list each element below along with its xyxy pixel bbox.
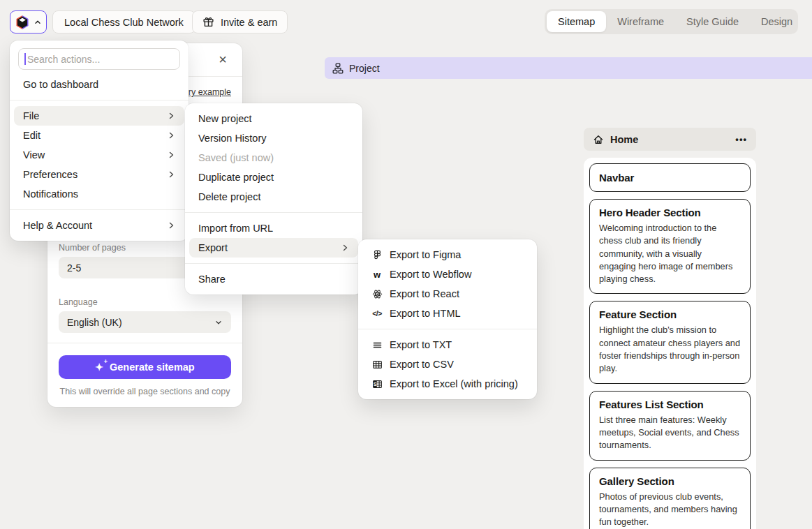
menu-item-label: Help & Account	[23, 220, 92, 231]
gift-icon	[202, 16, 214, 28]
tab-wireframe[interactable]: Wireframe	[606, 11, 675, 32]
pages-label: Number of pages	[59, 243, 126, 253]
section-description: Welcoming introduction to the chess club…	[599, 222, 741, 285]
section-navbar[interactable]: Navbar	[589, 163, 751, 192]
override-warning-text: This will override all page sections and…	[47, 387, 242, 396]
language-value: English (UK)	[67, 317, 122, 328]
section-hero-header[interactable]: Hero Header Section Welcoming introducti…	[589, 199, 751, 294]
menu-item-preferences[interactable]: Preferences	[14, 165, 184, 184]
app-actions-menu: Go to dashboard File Edit View Preferenc…	[10, 40, 189, 241]
home-page-card: Navbar Hero Header Section Welcoming int…	[584, 158, 756, 529]
home-icon	[593, 134, 604, 145]
menu-item-edit[interactable]: Edit	[14, 126, 184, 145]
app-menu-button[interactable]	[10, 10, 47, 33]
view-mode-tabs: Sitemap Wireframe Style Guide Design	[545, 9, 798, 34]
tab-sitemap[interactable]: Sitemap	[547, 11, 606, 32]
tab-design[interactable]: Design	[750, 11, 804, 32]
project-banner-label: Project	[349, 63, 380, 74]
menu-item-label: Export to HTML	[390, 308, 461, 319]
menu-divider	[185, 263, 362, 264]
menu-divider	[10, 100, 189, 100]
chevron-down-icon	[214, 318, 223, 327]
menu-divider	[185, 212, 362, 213]
section-description: Highlight the club's mission to connect …	[599, 324, 741, 375]
menu-item-delete-project[interactable]: Delete project	[189, 187, 358, 207]
menu-divider	[358, 329, 537, 329]
file-submenu: New project Version History Saved (just …	[185, 103, 362, 295]
menu-item-label: Preferences	[23, 169, 77, 180]
invite-earn-button[interactable]: Invite & earn	[192, 10, 288, 33]
menu-item-export-csv[interactable]: Export to CSV	[362, 355, 533, 374]
menu-item-label: Export to React	[390, 288, 459, 299]
tab-style-guide[interactable]: Style Guide	[675, 11, 750, 32]
menu-item-label: File	[23, 110, 39, 121]
code-icon: </>	[371, 308, 383, 319]
menu-item-version-history[interactable]: Version History	[189, 128, 358, 148]
figma-icon	[371, 249, 383, 260]
home-page-title: Home	[610, 134, 638, 145]
react-icon	[371, 288, 383, 299]
spreadsheet-icon: S	[371, 378, 383, 389]
section-title: Gallery Section	[599, 475, 741, 487]
menu-divider	[10, 209, 189, 210]
chevron-right-icon	[167, 131, 175, 140]
section-feature[interactable]: Feature Section Highlight the club's mis…	[589, 301, 751, 383]
close-icon[interactable]: ×	[214, 51, 231, 68]
menu-item-view[interactable]: View	[14, 145, 184, 165]
try-example-link[interactable]: ry example	[189, 87, 231, 97]
project-name-button[interactable]: Local Chess Club Network	[52, 10, 195, 33]
menu-item-export-figma[interactable]: Export to Figma	[362, 245, 533, 264]
menu-item-go-to-dashboard[interactable]: Go to dashboard	[14, 75, 184, 94]
chevron-right-icon	[341, 244, 349, 252]
generate-sitemap-label: Generate sitemap	[110, 362, 195, 373]
text-lines-icon	[371, 339, 383, 350]
menu-item-export-txt[interactable]: Export to TXT	[362, 335, 533, 355]
menu-item-help-account[interactable]: Help & Account	[14, 216, 184, 235]
menu-item-label: Export to Figma	[390, 249, 461, 260]
export-submenu: Export to Figma w Export to Webflow Expo…	[358, 239, 537, 399]
language-label: Language	[59, 297, 98, 307]
menu-item-export-excel[interactable]: S Export to Excel (with pricing)	[362, 374, 533, 394]
section-title: Navbar	[599, 172, 741, 184]
menu-item-label: View	[23, 149, 45, 161]
menu-item-export-html[interactable]: </> Export to HTML	[362, 304, 533, 323]
app-window: Local Chess Club Network Invite & earn S…	[0, 0, 812, 529]
chevron-right-icon	[167, 221, 175, 230]
section-description: Photos of previous club events, tourname…	[599, 491, 741, 529]
section-features-list[interactable]: Features List Section List three main fe…	[589, 391, 751, 461]
panel-divider	[47, 343, 242, 343]
menu-item-export[interactable]: Export	[189, 238, 358, 258]
home-page-header[interactable]: Home •••	[584, 128, 756, 151]
sparkle-icon: ✦+	[95, 362, 103, 372]
language-select[interactable]: English (UK)	[59, 311, 231, 333]
generate-sitemap-button[interactable]: ✦+ Generate sitemap	[59, 355, 231, 379]
svg-text:S: S	[373, 382, 376, 387]
menu-item-notifications[interactable]: Notifications	[14, 184, 184, 204]
chevron-right-icon	[167, 170, 175, 179]
search-actions-input[interactable]	[18, 48, 180, 70]
invite-earn-label: Invite & earn	[221, 17, 277, 28]
menu-item-label: Export to TXT	[390, 339, 452, 350]
menu-item-duplicate-project[interactable]: Duplicate project	[189, 167, 358, 187]
menu-item-label: Export	[198, 242, 228, 253]
webflow-icon: w	[371, 269, 383, 280]
text-caret	[24, 53, 26, 65]
menu-item-share[interactable]: Share	[189, 269, 358, 289]
menu-item-label: Export to CSV	[390, 359, 454, 370]
section-title: Features List Section	[599, 398, 741, 410]
menu-item-file[interactable]: File	[14, 106, 184, 126]
section-gallery[interactable]: Gallery Section Photos of previous club …	[589, 468, 751, 529]
menu-item-new-project[interactable]: New project	[189, 109, 358, 128]
cube-logo-icon	[15, 15, 30, 30]
chevron-right-icon	[167, 151, 175, 159]
section-description: List three main features: Weekly meetups…	[599, 414, 741, 452]
table-icon	[371, 359, 383, 370]
menu-item-export-webflow[interactable]: w Export to Webflow	[362, 264, 533, 284]
project-group-banner[interactable]: Project	[325, 57, 812, 79]
menu-item-label: Export to Webflow	[390, 269, 471, 280]
pages-value: 2-5	[67, 262, 81, 274]
menu-item-export-react[interactable]: Export to React	[362, 284, 533, 304]
menu-item-import-from-url[interactable]: Import from URL	[189, 218, 358, 238]
ellipsis-menu-icon[interactable]: •••	[735, 135, 747, 144]
chevron-right-icon	[167, 112, 175, 120]
